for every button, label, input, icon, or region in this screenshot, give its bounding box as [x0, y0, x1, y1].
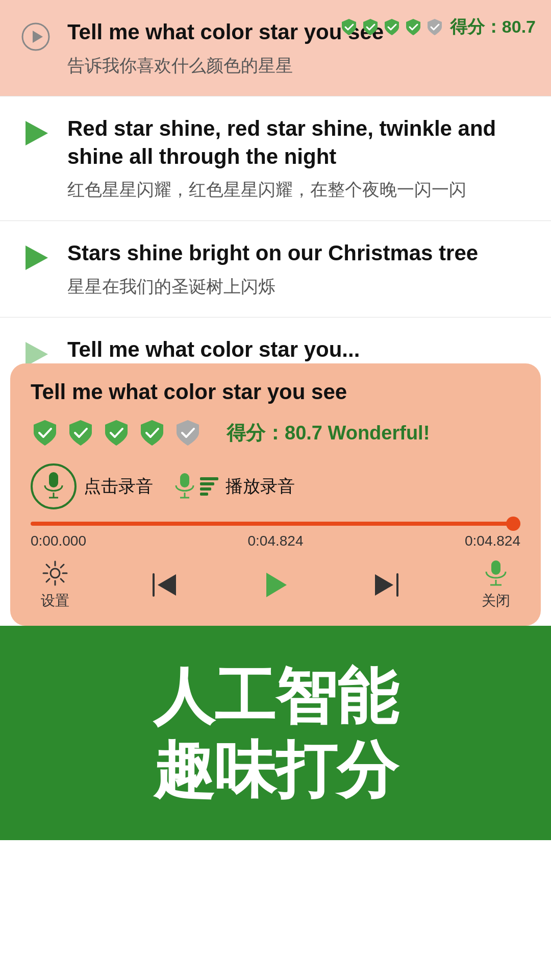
- player-shield-3: [102, 419, 131, 447]
- mic-with-waves: [173, 472, 218, 501]
- player-overlay: Tell me what color star you see 得分：80.7 …: [10, 363, 541, 626]
- svg-line-18: [61, 565, 64, 568]
- svg-rect-25: [491, 560, 500, 575]
- player-shield-2: [66, 419, 95, 447]
- wave-bars: [200, 477, 218, 496]
- play-button-4[interactable]: [20, 339, 51, 363]
- banner-line2: 趣味打分: [153, 733, 398, 806]
- svg-marker-24: [375, 574, 393, 596]
- svg-line-17: [61, 579, 64, 582]
- playback-mic-icon: [173, 472, 196, 501]
- banner-text: 人工智能 趣味打分: [153, 659, 398, 806]
- player-shields-row: 得分：80.7 Wonderful!: [31, 419, 520, 447]
- lyric-cn-2: 红色星星闪耀，红色星星闪耀，在整个夜晚一闪一闪: [67, 178, 531, 202]
- lyric-item-4-partial: Tell me what color star you...: [0, 317, 551, 363]
- skip-forward-button[interactable]: [371, 571, 402, 599]
- progress-bar[interactable]: [31, 522, 520, 526]
- lyric-en-2: Red star shine, red star shine, twinkle …: [67, 115, 531, 170]
- player-shield-4: [138, 419, 166, 447]
- record-label: 点击录音: [84, 475, 153, 498]
- shield-icons-1: [340, 18, 444, 36]
- settings-label: 设置: [41, 591, 69, 610]
- svg-rect-8: [180, 473, 189, 487]
- lyric-text-block-2: Red star shine, red star shine, twinkle …: [67, 115, 531, 202]
- play-button-2[interactable]: [20, 118, 51, 149]
- player-shield-1: [31, 419, 59, 447]
- svg-marker-2: [26, 121, 48, 145]
- progress-times: 0:00.000 0:04.824 0:04.824: [31, 533, 520, 549]
- svg-rect-5: [49, 472, 58, 487]
- svg-point-11: [51, 569, 60, 578]
- lyric-text-block-3: Stars shine bright on our Christmas tree…: [67, 239, 531, 299]
- lyric-en-4: Tell me what color star you...: [67, 336, 531, 363]
- svg-marker-1: [33, 31, 43, 43]
- lyric-text-block-4: Tell me what color star you...: [67, 336, 531, 363]
- close-label: 关闭: [482, 591, 510, 610]
- play-button-3[interactable]: [20, 242, 51, 273]
- lyric-item-3: Stars shine bright on our Christmas tree…: [0, 221, 551, 317]
- shield-filled-1: [340, 18, 358, 36]
- settings-icon: [41, 559, 69, 587]
- player-controls-row: 点击录音 播放录音: [31, 463, 520, 509]
- progress-fill: [31, 522, 520, 526]
- skip-back-icon: [149, 571, 180, 599]
- lyric-cn-1: 告诉我你喜欢什么颜色的星星: [67, 54, 531, 78]
- shield-filled-4: [404, 18, 422, 36]
- close-mic-icon: [482, 559, 510, 587]
- lyric-en-3: Stars shine bright on our Christmas tree: [67, 239, 531, 267]
- play-button-1[interactable]: [20, 21, 51, 52]
- skip-back-button[interactable]: [149, 571, 180, 599]
- record-circle: [31, 463, 77, 509]
- svg-marker-22: [266, 573, 287, 597]
- svg-marker-4: [26, 342, 48, 363]
- player-score: 得分：80.7 Wonderful!: [227, 420, 430, 446]
- playback-label: 播放录音: [226, 475, 295, 498]
- play-main-icon: [260, 570, 291, 600]
- play-main-button[interactable]: [260, 570, 291, 600]
- player-shield-5: [173, 419, 202, 447]
- time-end: 0:04.824: [465, 533, 520, 549]
- playback-button[interactable]: 播放录音: [173, 472, 295, 501]
- close-button[interactable]: 关闭: [482, 559, 510, 610]
- shield-filled-3: [383, 18, 401, 36]
- svg-line-19: [46, 579, 49, 582]
- skip-forward-icon: [371, 571, 402, 599]
- player-title: Tell me what color star you see: [31, 380, 520, 404]
- svg-line-16: [46, 565, 49, 568]
- settings-button[interactable]: 设置: [41, 559, 69, 610]
- time-mid: 0:04.824: [248, 533, 304, 549]
- lyric-cn-3: 星星在我们的圣诞树上闪烁: [67, 275, 531, 299]
- lyric-item-1: Tell me what color star you see 告诉我你喜欢什么…: [0, 0, 551, 96]
- mic-icon: [41, 471, 66, 502]
- score-text-1: 得分：80.7: [450, 15, 536, 39]
- time-start: 0:00.000: [31, 533, 86, 549]
- banner-line1: 人工智能: [153, 659, 398, 733]
- record-button[interactable]: 点击录音: [31, 463, 153, 509]
- player-shields: [31, 419, 202, 447]
- svg-marker-21: [158, 574, 176, 596]
- progress-dot: [506, 517, 520, 531]
- progress-container[interactable]: 0:00.000 0:04.824 0:04.824: [10, 522, 541, 549]
- shield-empty-1: [425, 18, 444, 36]
- score-row-1: 得分：80.7: [340, 15, 536, 39]
- svg-marker-3: [26, 246, 48, 270]
- bottom-controls: 设置 关闭: [31, 559, 520, 610]
- shield-filled-2: [361, 18, 380, 36]
- green-banner: 人工智能 趣味打分: [0, 626, 551, 840]
- lyric-item-2: Red star shine, red star shine, twinkle …: [0, 96, 551, 221]
